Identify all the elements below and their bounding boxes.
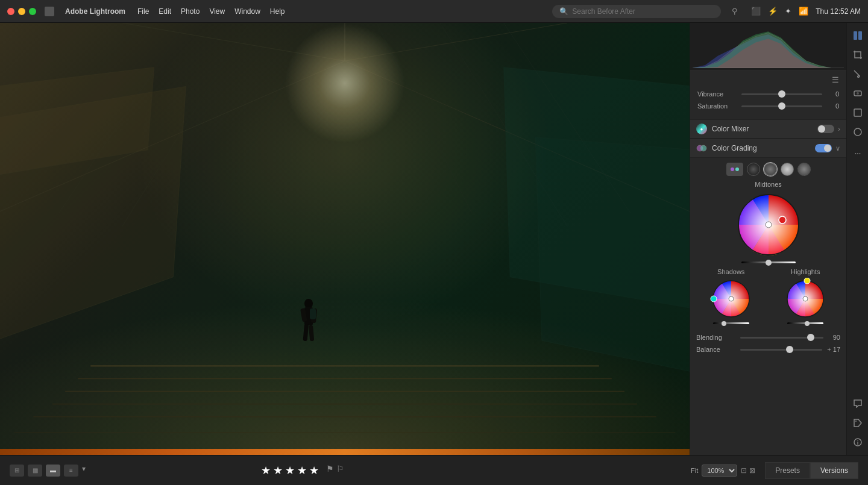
blending-thumb[interactable]	[807, 334, 814, 341]
activity-icon: ⚡	[768, 7, 778, 16]
main-layout: ☰ Vibrance 0 Saturation 0 ●	[0, 23, 868, 455]
star-4[interactable]: ★	[297, 464, 307, 477]
svg-point-41	[804, 278, 810, 284]
shadows-color-wheel[interactable]	[710, 278, 752, 320]
blending-row: Blending 90	[696, 334, 840, 341]
filmstrip-view-button[interactable]: ▬	[46, 465, 60, 477]
view-chevron-icon[interactable]: ▾	[82, 465, 86, 477]
window-button[interactable]	[45, 7, 54, 16]
balance-row: Balance + 17	[696, 346, 840, 353]
shadows-wheel-svg	[710, 278, 752, 320]
zoom-icons: ⊡ ⊠	[741, 466, 755, 475]
crop-icon[interactable]	[850, 47, 866, 63]
search-input[interactable]	[572, 7, 693, 16]
comment-icon[interactable]	[850, 396, 866, 411]
menu-window[interactable]: Window	[234, 7, 260, 16]
brush-icon[interactable]	[850, 66, 866, 82]
vibrance-row: Vibrance 0	[697, 90, 839, 98]
minimize-button[interactable]	[18, 8, 25, 15]
saturation-thumb[interactable]	[778, 102, 785, 110]
menu-view[interactable]: View	[209, 7, 225, 16]
vibrance-thumb[interactable]	[778, 90, 785, 98]
shadows-highlights-row: Shadows	[696, 268, 840, 324]
saturation-track[interactable]	[741, 105, 822, 107]
close-button[interactable]	[7, 8, 14, 15]
menu-help[interactable]: Help	[270, 7, 285, 16]
panel-tools: ☰	[690, 71, 846, 88]
color-mixer-toggle[interactable]	[817, 125, 834, 133]
color-grading-midtone-mode-button[interactable]	[764, 163, 777, 176]
midtones-color-wheel[interactable]	[735, 192, 802, 258]
more-icon[interactable]: ···	[850, 146, 866, 161]
star-1[interactable]: ★	[261, 464, 271, 477]
fit-label: Fit	[691, 467, 698, 474]
tag-icon[interactable]	[850, 415, 866, 431]
develop-module-icon[interactable]	[850, 28, 866, 43]
color-grading-global-mode-button[interactable]	[797, 163, 811, 176]
menu-photo[interactable]: Photo	[181, 7, 200, 16]
mask-icon[interactable]	[850, 86, 866, 101]
color-grading-all-mode-button[interactable]	[726, 163, 743, 176]
frame-icon[interactable]	[850, 105, 866, 120]
square-view-button[interactable]: ▦	[28, 465, 42, 477]
color-grading-section[interactable]: Color Grading ∨	[690, 139, 846, 158]
star-3[interactable]: ★	[285, 464, 295, 477]
svg-rect-26	[309, 325, 314, 341]
flag-button[interactable]: ⚑	[326, 464, 334, 477]
zoom-select[interactable]: 100%	[702, 465, 737, 477]
balance-track[interactable]	[740, 349, 822, 351]
color-grading-chevron-icon[interactable]: ∨	[835, 145, 840, 152]
maximize-button[interactable]	[29, 8, 36, 15]
color-grading-svg-icon	[696, 143, 707, 154]
info-icon[interactable]: i	[850, 434, 866, 450]
highlights-color-wheel[interactable]	[784, 278, 826, 320]
versions-tab[interactable]: Versions	[810, 462, 858, 479]
highlights-luminance-slider[interactable]	[787, 322, 823, 324]
color-grading-toggle[interactable]	[815, 144, 832, 152]
menu-bar: File Edit Photo View Window Help	[137, 7, 285, 16]
bottom-toolbar: ⊞ ▦ ▬ ≡ ▾ ★ ★ ★ ★ ★ ⚑ ⚐ Fit 100% ⊡ ⊠ Pre…	[0, 455, 868, 485]
midtones-luminance-thumb[interactable]	[766, 260, 772, 266]
svg-rect-44	[858, 31, 862, 40]
svg-rect-27	[310, 308, 316, 319]
menu-edit[interactable]: Edit	[159, 7, 171, 16]
orange-floor-accent	[0, 449, 690, 455]
search-icon: 🔍	[559, 7, 568, 16]
svg-point-46	[857, 92, 859, 95]
color-mixer-section[interactable]: ● Color Mixer ›	[690, 119, 846, 139]
shadows-wheel-column: Shadows	[696, 268, 766, 324]
vibrance-track[interactable]	[741, 93, 822, 95]
shadows-label: Shadows	[717, 268, 744, 275]
balance-thumb[interactable]	[786, 346, 793, 353]
list-view-button[interactable]: ≡	[64, 465, 78, 477]
color-grading-highlight-mode-button[interactable]	[781, 163, 794, 176]
titlebar: Adobe Lightroom File Edit Photo View Win…	[0, 0, 868, 23]
menu-file[interactable]: File	[137, 7, 149, 16]
presets-tab[interactable]: Presets	[765, 462, 810, 479]
unflag-button[interactable]: ⚐	[336, 464, 344, 477]
circle-icon[interactable]	[850, 124, 866, 140]
star-2[interactable]: ★	[273, 464, 283, 477]
highlights-luminance-thumb[interactable]	[805, 321, 810, 326]
overlay-icon[interactable]: ⊠	[749, 466, 755, 475]
midtones-luminance-slider[interactable]	[741, 261, 796, 263]
search-bar[interactable]: 🔍	[552, 5, 721, 18]
midtones-wheel-container	[696, 192, 840, 263]
histogram	[690, 23, 846, 71]
blending-track[interactable]	[740, 337, 823, 339]
shadows-luminance-thumb[interactable]	[722, 321, 726, 326]
compare-icon[interactable]: ⊡	[741, 466, 747, 475]
traffic-lights	[7, 8, 36, 15]
svg-rect-43	[854, 31, 857, 40]
svg-rect-25	[303, 324, 308, 341]
color-mixer-chevron-icon[interactable]: ›	[838, 125, 840, 133]
bluetooth-icon: ✦	[785, 7, 791, 16]
star-5[interactable]: ★	[309, 464, 319, 477]
histogram-settings-icon[interactable]: ☰	[829, 74, 841, 86]
vibrance-saturation-sliders: Vibrance 0 Saturation 0	[690, 88, 846, 119]
shadows-luminance-slider[interactable]	[713, 322, 749, 324]
filter-icon[interactable]: ⚲	[732, 7, 738, 16]
color-grading-shadow-mode-button[interactable]	[747, 163, 760, 176]
svg-point-50	[855, 421, 857, 422]
grid-view-button[interactable]: ⊞	[10, 465, 24, 477]
